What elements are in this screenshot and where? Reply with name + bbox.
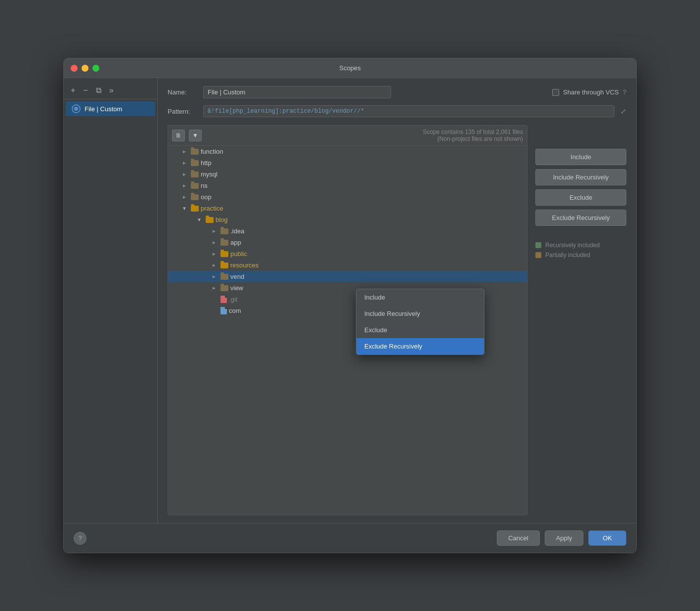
folder-icon-function	[191, 149, 199, 155]
arrow-resources: ►	[212, 262, 219, 268]
ctx-include-recursively[interactable]: Include Recursively	[356, 306, 484, 322]
scopes-window: Scopes + − ⧉ » File | Custom Name:	[63, 58, 637, 553]
tree-container: 🗎 ▼ Scope contains 135 of total 2,061 fi…	[168, 125, 527, 515]
title-bar: Scopes	[64, 58, 636, 78]
arrow-oop: ►	[182, 194, 189, 200]
arrow-practice: ▼	[182, 206, 189, 211]
scope-info-line2: (Non-project files are not shown)	[423, 135, 523, 142]
right-buttons: Include Include Recursively Exclude Excl…	[527, 125, 626, 515]
sidebar-item-file-custom[interactable]: File | Custom	[66, 101, 155, 116]
help-button[interactable]: ?	[74, 532, 87, 545]
label-mysql: mysql	[201, 171, 218, 178]
bottom-bar: ? Cancel Apply OK	[64, 523, 636, 553]
scope-info-line1: Scope contains 135 of total 2,061 files	[423, 129, 523, 135]
folder-icon-ns	[191, 183, 199, 189]
close-button[interactable]	[71, 65, 78, 72]
scope-icon	[72, 104, 81, 113]
label-practice: practice	[201, 205, 223, 212]
label-ns: ns	[201, 182, 208, 189]
legend-label-partial: Partially included	[545, 252, 590, 259]
arrow-vendor: ►	[212, 274, 219, 279]
remove-scope-button[interactable]: −	[81, 85, 89, 96]
tree-item-blog[interactable]: ▼ blog	[168, 214, 527, 225]
tree-item-ns[interactable]: ► ns	[168, 180, 527, 191]
label-composer: com	[229, 307, 241, 314]
tree-item-public[interactable]: ► public	[168, 248, 527, 260]
arrow-idea: ►	[212, 228, 219, 234]
label-http: http	[201, 159, 212, 167]
arrow-http: ►	[182, 160, 189, 166]
exclude-recursively-button[interactable]: Exclude Recursively	[535, 210, 626, 226]
tree-item-idea[interactable]: ► .idea	[168, 225, 527, 237]
window-title: Scopes	[339, 64, 360, 72]
ctx-exclude[interactable]: Exclude	[356, 322, 484, 338]
pattern-label: Pattern:	[168, 108, 197, 115]
filter-button[interactable]: ▼	[189, 130, 202, 141]
arrow-public: ►	[212, 251, 219, 257]
sidebar: + − ⧉ » File | Custom	[64, 78, 158, 523]
tree-item-http[interactable]: ► http	[168, 157, 527, 169]
arrow-views: ►	[212, 285, 219, 291]
legend-recursively-included: Recursively included	[535, 242, 626, 249]
folder-icon-blog	[206, 217, 214, 223]
include-recursively-button[interactable]: Include Recursively	[535, 169, 626, 185]
file-view-button[interactable]: 🗎	[172, 130, 185, 141]
ctx-include[interactable]: Include	[356, 289, 484, 306]
ok-button[interactable]: OK	[588, 530, 626, 546]
folder-icon-http	[191, 160, 199, 166]
folder-icon-app	[220, 240, 228, 246]
tree-item-function[interactable]: ► function	[168, 146, 527, 157]
expand-icon[interactable]: ⤢	[620, 107, 626, 115]
folder-icon-public	[220, 251, 228, 257]
folder-icon-idea	[220, 228, 228, 234]
label-git: .git	[229, 296, 237, 303]
tree-item-practice[interactable]: ▼ practice	[168, 203, 527, 214]
arrow-app: ►	[212, 240, 219, 245]
context-menu: Include Include Recursively Exclude Excl…	[356, 289, 484, 355]
cancel-button[interactable]: Cancel	[497, 530, 539, 546]
pattern-row: Pattern: ⤢	[168, 105, 626, 117]
folder-icon-views	[220, 285, 228, 291]
tree-item-app[interactable]: ► app	[168, 237, 527, 248]
pattern-input[interactable]	[203, 105, 614, 117]
arrow-mysql: ►	[182, 172, 189, 177]
folder-icon-resources	[220, 262, 228, 268]
label-blog: blog	[216, 216, 228, 223]
sidebar-toolbar: + − ⧉ »	[64, 82, 157, 99]
maximize-button[interactable]	[92, 65, 99, 72]
tree-item-vendor[interactable]: ► vend	[168, 271, 527, 282]
legend-dot-included	[535, 242, 541, 248]
vcs-help-icon[interactable]: ?	[623, 88, 626, 96]
tree-item-resources[interactable]: ► resources	[168, 260, 527, 271]
name-input[interactable]	[203, 86, 391, 98]
folder-icon-oop	[191, 194, 199, 200]
legend-label-included: Recursively included	[545, 242, 600, 249]
file-icon-composer	[220, 307, 227, 314]
add-scope-button[interactable]: +	[69, 85, 77, 96]
label-idea: .idea	[230, 227, 244, 235]
vcs-checkbox[interactable]	[552, 89, 559, 96]
tree-item-oop[interactable]: ► oop	[168, 191, 527, 203]
apply-button[interactable]: Apply	[545, 530, 584, 546]
label-vendor: vend	[230, 273, 244, 280]
ctx-exclude-recursively[interactable]: Exclude Recursively	[356, 338, 484, 354]
scope-info: Scope contains 135 of total 2,061 files …	[423, 129, 523, 142]
label-resources: resources	[230, 262, 259, 269]
more-button[interactable]: »	[107, 85, 116, 96]
traffic-lights	[71, 65, 99, 72]
include-button[interactable]: Include	[535, 149, 626, 165]
main-panel: Name: Share through VCS ? Pattern: ⤢ 🗎	[158, 78, 636, 523]
vcs-row: Share through VCS ?	[552, 88, 626, 96]
folder-icon-mysql	[191, 172, 199, 177]
arrow-blog: ▼	[197, 217, 204, 222]
name-row: Name: Share through VCS ?	[168, 86, 626, 98]
label-app: app	[230, 239, 241, 246]
tree-item-mysql[interactable]: ► mysql	[168, 169, 527, 180]
label-public: public	[230, 250, 247, 258]
minimize-button[interactable]	[82, 65, 88, 72]
name-label: Name:	[168, 88, 197, 96]
tree-toolbar: 🗎 ▼ Scope contains 135 of total 2,061 fi…	[168, 126, 527, 146]
copy-scope-button[interactable]: ⧉	[94, 85, 103, 96]
tree-section: 🗎 ▼ Scope contains 135 of total 2,061 fi…	[168, 125, 626, 515]
exclude-button[interactable]: Exclude	[535, 189, 626, 206]
